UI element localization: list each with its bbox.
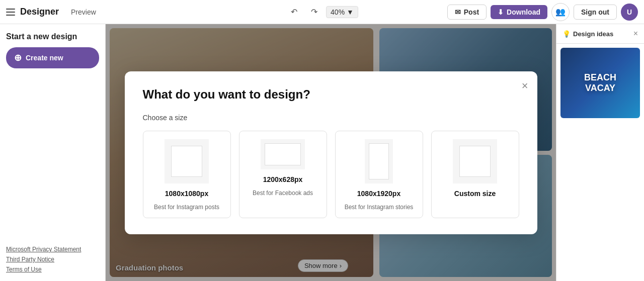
design-ideas-title: 💡 Design ideas xyxy=(562,30,613,38)
share-icon: 👥 xyxy=(555,7,566,17)
preview-link[interactable]: Preview xyxy=(71,8,96,16)
design-ideas-panel: 💡 Design ideas × BEACHVACAY xyxy=(556,24,644,281)
size-label-landscape: 1200x628px xyxy=(263,175,303,183)
size-preview-inner-square xyxy=(171,146,202,177)
privacy-link[interactable]: Microsoft Privacy Statement xyxy=(6,246,99,253)
modal-subtitle: Choose a size xyxy=(143,114,519,122)
size-options: 1080x1080px Best for Instagram posts 120… xyxy=(143,131,519,218)
download-label: Download xyxy=(507,8,540,16)
topbar-right: ✉ Post ⬇ Download 👥 Sign out U xyxy=(447,3,638,21)
modal-title: What do you want to design? xyxy=(143,87,519,102)
size-desc-square: Best for Instagram posts xyxy=(154,204,219,211)
app-title: Designer xyxy=(20,7,59,17)
post-label: Post xyxy=(464,8,479,16)
content-area: Graduation photos Show more › × What do … xyxy=(106,24,556,281)
size-option-portrait[interactable]: 1080x1920px Best for Instagram stories xyxy=(335,131,423,218)
sidebar: Start a new design ⊕ Create new Microsof… xyxy=(0,24,106,281)
main-layout: Start a new design ⊕ Create new Microsof… xyxy=(0,24,644,281)
design-idea-card[interactable]: BEACHVACAY xyxy=(560,48,640,118)
third-party-link[interactable]: Third Party Notice xyxy=(6,256,99,263)
download-icon: ⬇ xyxy=(498,8,504,16)
design-modal: × What do you want to design? Choose a s… xyxy=(125,71,537,234)
size-desc-landscape: Best for Facebook ads xyxy=(253,190,313,197)
plus-icon: ⊕ xyxy=(14,52,22,63)
download-button[interactable]: ⬇ Download xyxy=(491,5,547,19)
size-desc-portrait: Best for Instagram stories xyxy=(345,204,414,211)
design-ideas-header: 💡 Design ideas × xyxy=(556,24,644,44)
post-button[interactable]: ✉ Post xyxy=(447,5,487,20)
avatar[interactable]: U xyxy=(621,4,638,21)
topbar-left: Designer Preview xyxy=(6,7,96,17)
topbar-center: ↶ ↷ 40% ▼ xyxy=(286,4,358,20)
create-new-button[interactable]: ⊕ Create new xyxy=(6,47,99,68)
size-preview-square xyxy=(165,139,209,183)
modal-close-button[interactable]: × xyxy=(522,80,528,91)
size-preview-landscape xyxy=(261,139,305,169)
signout-button[interactable]: Sign out xyxy=(574,5,617,20)
size-label-square: 1080x1080px xyxy=(165,190,208,198)
terms-link[interactable]: Terms of Use xyxy=(6,266,99,273)
design-ideas-close-button[interactable]: × xyxy=(633,29,638,38)
size-option-landscape[interactable]: 1200x628px Best for Facebook ads xyxy=(239,131,327,218)
size-preview-inner-custom xyxy=(459,146,491,177)
undo-button[interactable]: ↶ xyxy=(286,4,302,20)
topbar: Designer Preview ↶ ↷ 40% ▼ ✉ Post ⬇ Down… xyxy=(0,0,644,24)
size-preview-custom xyxy=(453,139,497,183)
post-icon: ✉ xyxy=(455,8,461,16)
design-ideas-label: Design ideas xyxy=(573,30,613,38)
size-option-custom[interactable]: Custom size xyxy=(431,131,519,218)
size-option-square[interactable]: 1080x1080px Best for Instagram posts xyxy=(143,131,231,218)
modal-overlay: × What do you want to design? Choose a s… xyxy=(106,24,556,281)
sidebar-title: Start a new design xyxy=(6,32,99,41)
zoom-control[interactable]: 40% ▼ xyxy=(326,6,358,18)
zoom-chevron-icon: ▼ xyxy=(347,8,354,16)
hamburger-icon[interactable] xyxy=(6,7,16,17)
redo-button[interactable]: ↷ xyxy=(306,4,322,20)
size-preview-inner-portrait xyxy=(369,143,389,179)
create-new-label: Create new xyxy=(26,54,63,62)
design-idea-text: BEACHVACAY xyxy=(584,72,616,93)
size-label-custom: Custom size xyxy=(454,190,496,198)
design-ideas-content: BEACHVACAY xyxy=(556,44,644,281)
zoom-value: 40% xyxy=(331,8,345,16)
share-button[interactable]: 👥 xyxy=(551,3,570,21)
sidebar-links: Microsoft Privacy Statement Third Party … xyxy=(6,246,99,273)
size-preview-inner-landscape xyxy=(265,143,301,165)
size-preview-portrait xyxy=(365,139,393,183)
lightbulb-icon: 💡 xyxy=(562,30,571,38)
size-label-portrait: 1080x1920px xyxy=(357,190,400,198)
